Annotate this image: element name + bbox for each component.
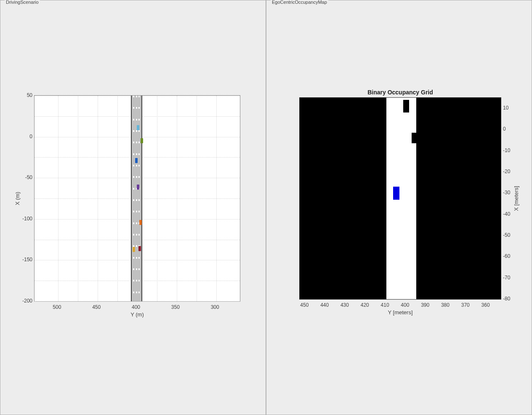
x-tick: 450 [300, 302, 309, 308]
vehicle-veh-blue [135, 158, 138, 163]
y-tick: -30 [503, 190, 510, 195]
y-tick: -60 [503, 253, 510, 259]
y-tick: -70 [503, 275, 510, 281]
axes-right[interactable] [299, 97, 501, 300]
vehicle-veh-green [141, 138, 143, 143]
x-tick: 450 [92, 304, 101, 310]
x-tick: 410 [381, 302, 389, 308]
vehicle-veh-yellow [133, 247, 135, 252]
y-tick: -150 [20, 257, 32, 262]
vehicle-veh-orange [139, 220, 142, 225]
x-axis-label-left: Y (m) [130, 311, 144, 318]
axes-left[interactable] [34, 95, 240, 302]
app-container: DrivingScenario Y (m) X (m) 500450400350… [0, 0, 532, 415]
grid-h [35, 301, 240, 302]
y-axis-label-right: X [meters] [513, 186, 519, 211]
y-axis-label-left: X (m) [14, 192, 21, 205]
occupancy-grid-plot[interactable]: Binary Occupancy Grid Y [meters] X [mete… [299, 97, 501, 300]
y-tick: -200 [20, 298, 32, 304]
x-tick: 360 [481, 302, 490, 308]
x-tick: 440 [320, 302, 329, 308]
vehicle-veh-cyan [137, 125, 139, 130]
x-axis-label-right: Y [meters] [388, 309, 412, 316]
y-tick: -50 [20, 174, 32, 180]
x-tick: 380 [441, 302, 450, 308]
x-tick: 420 [361, 302, 369, 308]
y-tick: 10 [503, 105, 508, 111]
x-tick: 370 [461, 302, 470, 308]
x-tick: 350 [171, 304, 180, 310]
panel-title-right: EgoCentricOccupancyMap [271, 0, 328, 5]
y-tick: -10 [503, 147, 510, 153]
y-tick: -40 [503, 211, 510, 217]
free-corridor [386, 98, 417, 299]
obstacle-0 [403, 100, 409, 112]
y-tick: 0 [20, 134, 32, 139]
x-tick: 300 [211, 304, 219, 310]
y-tick: 0 [503, 126, 506, 132]
x-tick: 400 [132, 304, 140, 310]
driving-scenario-plot[interactable]: Y (m) X (m) 500450400350300500-50-100-15… [34, 95, 240, 302]
x-tick: 500 [53, 304, 61, 310]
obstacle-1 [412, 133, 417, 143]
y-tick: -80 [503, 296, 510, 302]
y-tick: -100 [20, 216, 32, 222]
vehicle-veh-purple [137, 185, 139, 190]
y-tick: 50 [20, 92, 32, 98]
vehicle-veh-maroon [138, 246, 141, 251]
x-tick: 430 [340, 302, 349, 308]
panel-ego-occupancy: EgoCentricOccupancyMap Binary Occupancy … [266, 0, 532, 415]
ego-vehicle [393, 187, 399, 199]
panel-driving-scenario: DrivingScenario Y (m) X (m) 500450400350… [0, 0, 266, 415]
plot-title-right: Binary Occupancy Grid [299, 89, 501, 96]
y-tick: -20 [503, 169, 510, 174]
panel-title-left: DrivingScenario [5, 0, 40, 5]
y-tick: -50 [503, 232, 510, 238]
x-tick: 400 [401, 302, 409, 308]
x-tick: 390 [421, 302, 429, 308]
